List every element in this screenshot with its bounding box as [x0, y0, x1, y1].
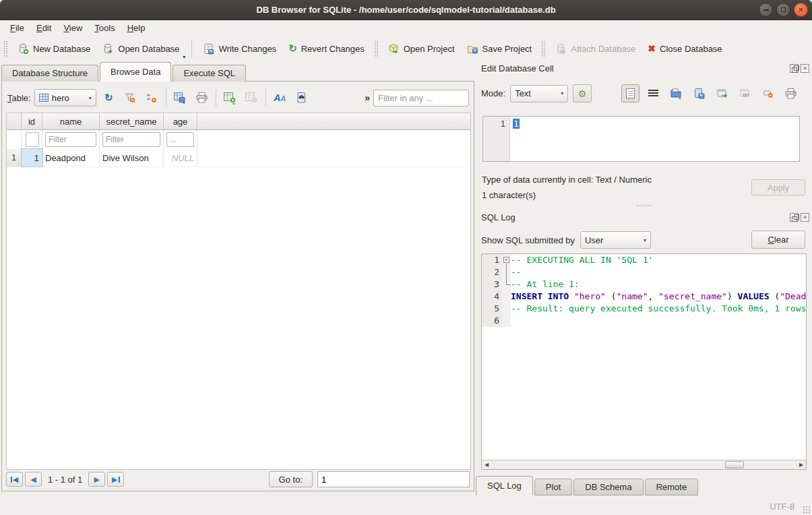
fold-margin[interactable] — [502, 303, 511, 315]
sql-source-selector-value: User — [585, 235, 603, 245]
goto-record-input[interactable] — [317, 471, 470, 487]
first-record-button[interactable]: ◀ — [6, 472, 23, 487]
edit-display-format-button[interactable]: AA — [271, 89, 289, 107]
record-navigation-bar: ◀ ◀ 1 - 1 of 1 ▶ ▶ Go to: — [6, 471, 470, 488]
set-null-button[interactable] — [759, 84, 777, 102]
close-panel-icon[interactable]: ✕ — [801, 64, 809, 73]
close-button[interactable]: ✕ — [794, 3, 808, 17]
dock-tab-sql-log[interactable]: SQL Log — [476, 476, 533, 495]
clear-filters-button[interactable] — [121, 89, 139, 107]
write-changes-button[interactable]: Write Changes — [197, 40, 282, 58]
sql-log-editor[interactable]: 1−-- EXECUTING ALL IN 'SQL 1'2--3-- At l… — [481, 253, 807, 470]
row-header[interactable]: 1 — [7, 149, 22, 166]
fold-collapse-icon[interactable]: − — [503, 257, 509, 263]
column-header-age[interactable]: age — [164, 113, 197, 129]
horizontal-scrollbar[interactable]: ◀ ▶ — [482, 460, 806, 469]
float-panel-icon[interactable] — [790, 64, 799, 73]
scroll-left-arrow[interactable]: ◀ — [482, 460, 491, 469]
open-database-button[interactable]: Open Database — [96, 40, 185, 58]
scrollbar-thumb[interactable] — [725, 461, 744, 468]
copy-link-button — [736, 84, 754, 102]
print-button[interactable] — [193, 89, 211, 107]
menu-file[interactable]: File — [4, 22, 30, 34]
toolbar-overflow-chevron[interactable]: » — [365, 92, 370, 103]
text-view-toggle-button[interactable] — [621, 84, 639, 102]
tab-execute-sql[interactable]: Execute SQL — [173, 65, 246, 82]
last-record-button[interactable]: ▶ — [107, 472, 124, 487]
set-null-icon — [762, 88, 774, 100]
open-in-external-button[interactable] — [713, 84, 731, 102]
close-panel-icon[interactable]: ✕ — [801, 213, 809, 222]
fold-margin[interactable] — [502, 278, 511, 291]
mode-label: Mode: — [481, 88, 505, 98]
refresh-button[interactable]: ↻ — [100, 89, 118, 107]
cell-name[interactable]: Deadpond — [42, 149, 100, 166]
cell-secret-name[interactable]: Dive Wilson — [100, 149, 164, 166]
toolbar-drag-handle[interactable] — [3, 40, 8, 57]
dock-tab-db-schema[interactable]: DB Schema — [573, 479, 643, 495]
fold-margin[interactable] — [502, 291, 511, 303]
menu-help[interactable]: Help — [121, 22, 152, 34]
open-database-dropdown-caret[interactable]: ▾ — [183, 54, 185, 60]
fold-margin[interactable] — [502, 266, 511, 278]
open-database-label: Open Database — [118, 44, 179, 54]
fold-margin[interactable]: − — [502, 254, 511, 266]
dock-tab-remote[interactable]: Remote — [645, 479, 699, 495]
filter-input-age[interactable] — [166, 132, 194, 147]
find-in-cells-button[interactable] — [292, 89, 311, 107]
cell-value-editor[interactable]: 1 1 — [482, 116, 800, 162]
toolbar-drag-handle[interactable] — [541, 40, 546, 57]
filter-input-id[interactable] — [26, 132, 39, 147]
tab-browse-data[interactable]: Browse Data — [100, 62, 171, 82]
toolbar-drag-handle[interactable] — [374, 40, 379, 57]
filter-input-name[interactable] — [45, 132, 96, 147]
new-database-button[interactable]: New Database — [11, 40, 96, 58]
sql-log-code: -- Result: query executed successfully. … — [511, 303, 806, 315]
corner-header-cell[interactable] — [7, 113, 22, 129]
cell-age[interactable]: NULL — [164, 149, 197, 166]
next-record-button[interactable]: ▶ — [88, 472, 105, 487]
word-wrap-button[interactable] — [644, 84, 662, 102]
menu-edit[interactable]: Edit — [30, 22, 57, 34]
maximize-button[interactable] — [776, 3, 790, 17]
insert-record-button[interactable] — [221, 89, 239, 107]
fold-margin[interactable] — [502, 315, 511, 327]
open-project-button[interactable]: Open Project — [382, 40, 461, 58]
export-data-button[interactable] — [690, 84, 708, 102]
print-cell-button[interactable] — [782, 84, 800, 102]
goto-button[interactable]: Go to: — [269, 471, 313, 487]
sql-log-code: -- — [511, 266, 522, 278]
column-header-secret-name[interactable]: secret_name — [100, 113, 164, 129]
dock-tab-plot[interactable]: Plot — [534, 479, 572, 495]
minimize-button[interactable] — [759, 3, 773, 17]
panel-splitter[interactable] — [476, 204, 812, 208]
float-panel-icon[interactable] — [790, 213, 799, 222]
scroll-right-arrow[interactable]: ▶ — [797, 460, 806, 469]
filter-input-secret-name[interactable] — [102, 132, 160, 147]
sql-source-selector[interactable]: User ▾ — [580, 231, 651, 249]
save-project-button[interactable]: Save Project — [461, 40, 538, 58]
cell-type-info: Type of data currently in cell: Text / N… — [482, 175, 652, 185]
save-results-button[interactable] — [171, 89, 189, 107]
cell-id[interactable]: 1 — [22, 149, 42, 166]
previous-record-button[interactable]: ◀ — [25, 472, 42, 487]
find-in-cells-icon — [295, 92, 307, 104]
titlebar[interactable]: DB Browser for SQLite - /home/user/code/… — [0, 0, 812, 20]
mode-selector[interactable]: Text ▾ — [510, 85, 568, 102]
table-selector[interactable]: hero ▾ — [34, 89, 96, 107]
menu-view[interactable]: View — [57, 22, 88, 34]
revert-changes-button[interactable]: ↻ Revert Changes — [282, 40, 371, 57]
column-header-name[interactable]: name — [42, 113, 100, 129]
filter-any-column-input[interactable] — [373, 90, 469, 107]
edit-cell-dock-buttons: ✕ — [790, 64, 809, 73]
column-header-id[interactable]: id — [22, 113, 42, 129]
import-data-button[interactable] — [667, 84, 685, 102]
close-database-button[interactable]: ✖ Close Database — [642, 40, 728, 57]
menu-tools[interactable]: Tools — [88, 22, 121, 34]
edit-cell-toolbar: Mode: Text ▾ ⚙ — [481, 84, 809, 102]
resize-grip[interactable] — [803, 506, 811, 514]
auto-switch-mode-button[interactable]: ⚙ — [573, 84, 592, 102]
tab-database-structure[interactable]: Database Structure — [1, 65, 98, 82]
clear-log-button[interactable]: Clear — [751, 231, 805, 249]
clear-sorting-button[interactable] — [143, 89, 161, 107]
